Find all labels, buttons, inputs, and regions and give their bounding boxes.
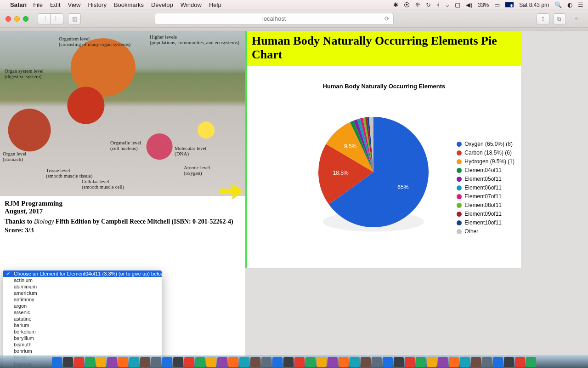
- dock-app-icon[interactable]: [184, 357, 194, 367]
- dropdown-option[interactable]: bismuth: [3, 341, 162, 348]
- dock-app-icon[interactable]: [449, 357, 459, 367]
- input-source-flag-icon[interactable]: [505, 2, 514, 7]
- airplay-icon[interactable]: ▢: [455, 1, 460, 8]
- volume-icon[interactable]: ◀): [466, 1, 472, 8]
- zoom-window-button[interactable]: [23, 16, 28, 22]
- dock-app-icon[interactable]: [482, 357, 492, 367]
- dock-app-icon[interactable]: [350, 357, 360, 367]
- element-select-dropdown[interactable]: Choose an Element for Element04of11 (3.3…: [3, 270, 162, 368]
- legend-item[interactable]: Other: [457, 227, 514, 236]
- dropdown-option[interactable]: actinium: [3, 277, 162, 283]
- dock-app-icon[interactable]: [383, 357, 393, 367]
- menu-file[interactable]: File: [33, 1, 43, 8]
- dropdown-option[interactable]: arsenic: [3, 309, 162, 316]
- dock-app-icon[interactable]: [526, 357, 536, 367]
- dock-app-icon[interactable]: [129, 357, 139, 367]
- menu-view[interactable]: View: [68, 1, 81, 8]
- sidebar-button[interactable]: ▥: [68, 13, 81, 24]
- dock-app-icon[interactable]: [361, 357, 371, 367]
- share-button[interactable]: ⇪: [537, 13, 549, 24]
- dock-app-icon[interactable]: [239, 357, 249, 367]
- siri-icon[interactable]: ◐: [567, 1, 572, 8]
- close-window-button[interactable]: [6, 16, 11, 22]
- legend-item[interactable]: Carbon (18.5%) (6): [457, 149, 514, 157]
- dock-app-icon[interactable]: [206, 357, 216, 367]
- dropdown-option[interactable]: bohrium: [3, 348, 162, 354]
- spotlight-icon[interactable]: 🔍: [554, 1, 562, 8]
- dock-app-icon[interactable]: [107, 357, 117, 367]
- legend-item[interactable]: Element06of11: [457, 184, 514, 192]
- dock-app-icon[interactable]: [63, 357, 73, 367]
- dock-app-icon[interactable]: [438, 357, 448, 367]
- dock-app-icon[interactable]: [317, 357, 327, 367]
- dock-app-icon[interactable]: [228, 357, 238, 367]
- menu-help[interactable]: Help: [209, 1, 221, 8]
- minimize-window-button[interactable]: [14, 16, 20, 22]
- dropdown-option[interactable]: barium: [3, 322, 162, 328]
- legend-item[interactable]: Element04of11: [457, 166, 514, 175]
- back-button[interactable]: 〈: [38, 13, 51, 24]
- dock-app-icon[interactable]: [405, 357, 415, 367]
- legend-item[interactable]: Element10of11: [457, 218, 514, 227]
- clock[interactable]: Sat 8:43 pm: [519, 2, 549, 8]
- wifi-icon[interactable]: ⌵: [446, 1, 449, 8]
- menu-develop[interactable]: Develop: [151, 1, 173, 8]
- dock-app-icon[interactable]: [151, 357, 161, 367]
- new-tab-button[interactable]: ＋: [570, 13, 582, 24]
- battery-icon[interactable]: ▭: [494, 1, 500, 8]
- legend-item[interactable]: Element07of11: [457, 192, 514, 201]
- dock-app-icon[interactable]: [85, 357, 95, 367]
- dock-app-icon[interactable]: [416, 357, 426, 367]
- dock-app-icon[interactable]: [493, 357, 503, 367]
- dock-app-icon[interactable]: [140, 357, 150, 367]
- menu-history[interactable]: History: [88, 1, 106, 8]
- dock-app-icon[interactable]: [272, 357, 283, 367]
- tabs-button[interactable]: ⧉: [553, 13, 566, 24]
- time-machine-icon[interactable]: ↻: [426, 1, 431, 8]
- dock-app-icon[interactable]: [74, 357, 84, 367]
- dock-app-icon[interactable]: [305, 357, 316, 367]
- dock-app-icon[interactable]: [118, 357, 128, 367]
- dropdown-option[interactable]: astatine: [3, 316, 162, 322]
- dock-app-icon[interactable]: [294, 357, 305, 367]
- legend-item[interactable]: Element09of11: [457, 210, 514, 218]
- menu-window[interactable]: Window: [181, 1, 202, 8]
- dock-app-icon[interactable]: [471, 357, 481, 367]
- legend-item[interactable]: Oxygen (65.0%) (8): [457, 140, 514, 149]
- menu-bookmarks[interactable]: Bookmarks: [114, 1, 144, 8]
- dropdown-option[interactable]: berkelium: [3, 328, 162, 335]
- dock-app-icon[interactable]: [339, 357, 349, 367]
- dropdown-option[interactable]: beryllium: [3, 335, 162, 341]
- notification-center-icon[interactable]: ☰: [578, 1, 583, 8]
- dock-app-icon[interactable]: [372, 357, 382, 367]
- dropdown-option[interactable]: argon: [3, 303, 162, 309]
- menu-edit[interactable]: Edit: [50, 1, 60, 8]
- dock-app-icon[interactable]: [173, 357, 183, 367]
- dock-app-icon[interactable]: [504, 357, 514, 367]
- forward-button[interactable]: 〉: [51, 13, 63, 24]
- dock-app-icon[interactable]: [250, 357, 260, 367]
- dock-app-icon[interactable]: [162, 357, 172, 367]
- legend-item[interactable]: Element05of11: [457, 175, 514, 184]
- app-name[interactable]: Safari: [10, 1, 27, 8]
- menu-extra-icon[interactable]: ⦿: [404, 1, 410, 8]
- dock-app-icon[interactable]: [283, 357, 294, 367]
- address-bar[interactable]: localhost ⟳: [155, 13, 394, 25]
- dock-app-icon[interactable]: [460, 357, 470, 367]
- dock-app-icon[interactable]: [328, 357, 338, 367]
- legend-item[interactable]: Element08of11: [457, 201, 514, 210]
- menu-extra-icon[interactable]: ✱: [393, 1, 398, 8]
- dock-app-icon[interactable]: [217, 357, 227, 367]
- dropdown-option-selected[interactable]: Choose an Element for Element04of11 (3.3…: [3, 270, 162, 277]
- dock-app-icon[interactable]: [195, 357, 205, 367]
- dock-app-icon[interactable]: [52, 357, 62, 367]
- dock-app-icon[interactable]: [427, 357, 437, 367]
- bluetooth-icon[interactable]: ᚼ: [436, 1, 440, 8]
- reload-icon[interactable]: ⟳: [384, 15, 390, 22]
- dropdown-option[interactable]: aluminium: [3, 283, 162, 290]
- menu-extra-icon[interactable]: ⁜: [415, 1, 420, 8]
- legend-item[interactable]: Hydrogen (9.5%) (1): [457, 157, 514, 166]
- dock-app-icon[interactable]: [261, 357, 271, 367]
- dock-app-icon[interactable]: [394, 357, 404, 367]
- dock-app-icon[interactable]: [96, 357, 106, 367]
